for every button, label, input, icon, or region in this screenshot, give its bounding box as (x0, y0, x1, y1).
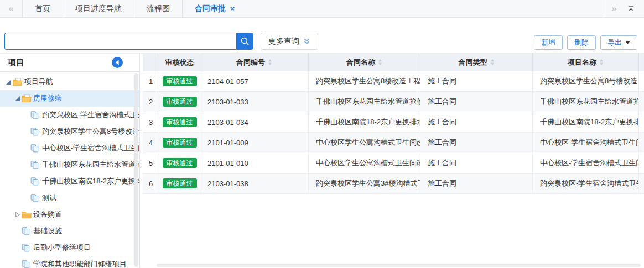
tree-collapsed-arrow-icon[interactable] (13, 212, 22, 217)
column-header-5[interactable]: 合同类型 (420, 54, 533, 71)
table-horizontal-scrollbar[interactable] (157, 264, 641, 267)
sort-icon (490, 59, 495, 65)
tree-item-label: 趵突泉校区-学生宿舍沟槽式卫生间改造 (42, 110, 139, 120)
column-header-2: 审核状态 (159, 54, 200, 71)
tree-item-label: 基础设施 (33, 226, 62, 236)
tab-label: 流程图 (147, 4, 170, 14)
scroll-tabs-left-icon[interactable]: « (0, 0, 22, 17)
sort-icon (268, 59, 272, 65)
tree-item-label: 学院和其他职能部门修缮项目 (33, 259, 127, 268)
scroll-tabs-right-icon[interactable]: » (612, 3, 617, 14)
audit-status-cell: 审核通过 (159, 112, 200, 132)
project-name-cell: 千佛山校区东花园主给水管道抢修 (533, 92, 639, 112)
status-badge: 审核通过 (163, 97, 197, 107)
search-group (4, 33, 253, 50)
tree-item-label: 设备购置 (33, 209, 62, 219)
column-header-4[interactable]: 合同名称 (309, 54, 420, 71)
folder-open-icon (13, 78, 24, 86)
contract-name-cell: 中心校区学生公寓沟槽式卫生间改造 (309, 153, 420, 173)
main-content: 项目 项目导航房屋修缮趵突泉校区-学生宿舍沟槽式卫生间改造趵突泉校区学生公寓8号… (0, 54, 644, 268)
tree-item-6[interactable]: 千佛山校区东花园主给水管道抢修 (0, 156, 139, 173)
contract-name-cell: 千佛山校区东花园主给水管道抢修 (309, 92, 420, 112)
tree-item-label: 趵突泉校区学生公寓8号楼改造 (42, 127, 139, 136)
tree-panel-title: 项目 (8, 57, 24, 68)
tree-item-8[interactable]: 测试 (0, 190, 139, 206)
folder-closed-icon (22, 211, 33, 219)
table-row-1[interactable]: 1审核通过2104-01-057趵突泉校区学生公寓8楼改造工程施工合同趵突泉校区… (143, 71, 644, 92)
tree-item-10[interactable]: 基础设施 (0, 223, 139, 239)
tree-item-label: 后勤小型修缮项目 (33, 243, 91, 253)
tree-item-11[interactable]: 后勤小型修缮项目 (0, 239, 139, 256)
tab-4[interactable]: 合同审批 × (182, 0, 247, 17)
sort-icon (599, 59, 604, 65)
column-header-6[interactable]: 项目名称 (533, 54, 639, 71)
tree-item-9[interactable]: 设备购置 (0, 206, 139, 223)
tab-label: 项目进度导航 (75, 4, 122, 14)
project-name-cell: 中心校区-学生宿舍沟槽式卫生间改造 (533, 133, 639, 153)
column-header-label: 合同类型 (459, 57, 487, 67)
collapse-tabbar-icon[interactable] (627, 4, 635, 13)
pages-icon (30, 194, 42, 202)
search-input[interactable] (4, 33, 236, 50)
contract-name-cell: 趵突泉校区学生公寓8楼改造工程 (309, 71, 420, 91)
tab-2[interactable]: 项目进度导航 × (63, 0, 134, 17)
contract-number-cell: 2103-01-033 (200, 92, 309, 112)
table-row-2[interactable]: 2审核通过2103-01-033千佛山校区东花园主给水管道抢修施工合同千佛山校区… (143, 92, 644, 112)
caret-down-icon (625, 41, 630, 44)
pages-icon (30, 161, 42, 169)
table-row-5[interactable]: 5审核通过2101-01-010中心校区学生公寓沟槽式卫生间改造施工合同中心校区… (143, 153, 644, 174)
status-badge: 审核通过 (163, 76, 197, 86)
tree-vertical-scrollbar[interactable] (134, 73, 138, 267)
tree-item-3[interactable]: 趵突泉校区-学生宿舍沟槽式卫生间改造 (0, 107, 139, 123)
tree-item-12[interactable]: 学院和其他职能部门修缮项目 (0, 256, 139, 268)
tree-expanded-arrow-icon[interactable] (13, 96, 22, 101)
contract-type-cell: 施工合同 (420, 174, 533, 193)
tab-label: 合同审批 (195, 4, 226, 14)
pages-icon (30, 144, 42, 153)
tab-1[interactable]: 首页 × (22, 0, 63, 17)
collapse-panel-button[interactable] (112, 57, 123, 68)
add-button[interactable]: 新增 (534, 35, 563, 50)
column-header-label: 合同编号 (236, 57, 265, 67)
table-body: 1审核通过2104-01-057趵突泉校区学生公寓8楼改造工程施工合同趵突泉校区… (143, 71, 644, 194)
tree-item-5[interactable]: 中心校区-学生宿舍沟槽式卫生间改造 (0, 140, 139, 156)
tree-item-4[interactable]: 趵突泉校区学生公寓8号楼改造 (0, 123, 139, 140)
row-number-cell: 4 (143, 133, 159, 153)
audit-status-cell: 审核通过 (159, 133, 200, 153)
search-button[interactable] (236, 33, 253, 50)
sort-icon (378, 59, 382, 65)
export-button[interactable]: 导出 (600, 35, 637, 50)
folder-open-icon (22, 94, 33, 103)
tree-item-label: 千佛山校区南院18-2东户更换排水管 (42, 176, 139, 186)
tree-item-2[interactable]: 房屋修缮 (0, 90, 139, 107)
tab-bar-right: » (603, 0, 644, 17)
row-number-cell: 6 (143, 174, 159, 193)
table-row-3[interactable]: 3审核通过2103-01-034千佛山校区南院18-2东户更换排水管施工合同千佛… (143, 112, 644, 133)
contract-type-cell: 施工合同 (420, 112, 533, 132)
table-row-4[interactable]: 4审核通过2101-01-009中心校区学生公寓沟槽式卫生间改造施工合同中心校区… (143, 133, 644, 153)
pages-icon (22, 227, 33, 235)
delete-button-label: 删除 (574, 38, 589, 48)
tab-close-icon[interactable]: × (230, 5, 235, 13)
contract-number-cell: 2101-01-010 (200, 153, 309, 173)
table-row-6[interactable]: 6审核通过2103-01-038趵突泉校区学生公寓3#楼沟槽式卫生间施工合同趵突… (143, 174, 644, 194)
audit-status-cell: 审核通过 (159, 153, 200, 173)
tree-expanded-arrow-icon[interactable] (4, 80, 13, 85)
pages-icon (22, 260, 33, 268)
tree-item-label: 房屋修缮 (33, 93, 62, 103)
chevron-double-down-icon (303, 38, 310, 45)
tree-item-7[interactable]: 千佛山校区南院18-2东户更换排水管 (0, 173, 139, 190)
export-button-label: 导出 (607, 38, 622, 48)
tree-item-1[interactable]: 项目导航 (0, 73, 139, 90)
table-header-row: 审核状态合同编号合同名称合同类型项目名称 (143, 54, 644, 71)
contract-number-cell: 2101-01-009 (200, 133, 309, 153)
tab-3[interactable]: 流程图 × (134, 0, 182, 17)
tab-list: 首页 × 项目进度导航 × 流程图 × 合同审批 × (22, 0, 247, 17)
contract-type-cell: 施工合同 (420, 71, 533, 91)
status-badge: 审核通过 (163, 158, 197, 168)
row-number-cell: 2 (143, 92, 159, 112)
column-header-3[interactable]: 合同编号 (200, 54, 309, 71)
delete-button[interactable]: 删除 (567, 35, 596, 50)
action-buttons: 新增 删除 导出 (534, 35, 637, 50)
more-query-button[interactable]: 更多查询 (261, 33, 318, 50)
